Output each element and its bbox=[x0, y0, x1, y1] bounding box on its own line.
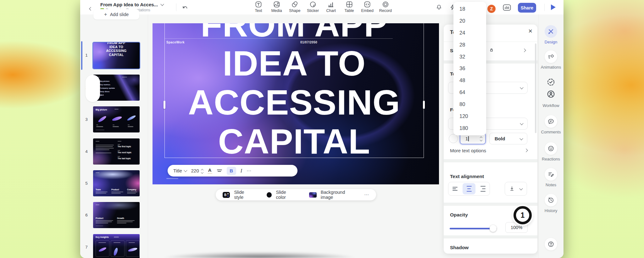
back-button[interactable] bbox=[90, 6, 92, 11]
align-right-button[interactable] bbox=[476, 182, 490, 195]
slide-canvas[interactable]: SpaceWork 01/07/2050 FROM APP IDEA TO AC… bbox=[153, 23, 439, 184]
slide-thumbnail-2[interactable]: 1 — Big picture 2 — Key metrics 3 — Comp… bbox=[93, 75, 140, 101]
slide-thumbnail-1[interactable]: FROM APP IDEA TO ACCESSING CAPITAL bbox=[93, 42, 140, 69]
notes-tab-label[interactable]: Notes bbox=[538, 182, 564, 187]
more-text-options-chevron-icon[interactable] bbox=[524, 149, 528, 152]
italic-button[interactable]: I bbox=[241, 168, 242, 174]
design-tab-label[interactable]: Design bbox=[538, 40, 564, 44]
more-format-button[interactable]: ⋯ bbox=[247, 168, 252, 174]
font-size-option[interactable]: 180 bbox=[453, 125, 486, 131]
notifications-bell-icon[interactable] bbox=[436, 4, 442, 11]
background-image-button[interactable]: Background image bbox=[321, 190, 358, 200]
undo-icon[interactable] bbox=[181, 4, 188, 11]
tool-text[interactable]: Text bbox=[250, 1, 267, 13]
slide-thumbnail-6[interactable]: Product Growth bbox=[93, 202, 140, 228]
slide-style-button[interactable]: Slide style bbox=[234, 190, 254, 200]
font-size-option[interactable]: 48 bbox=[453, 77, 486, 83]
font-size-option[interactable]: 20 bbox=[453, 18, 486, 24]
tool-shape[interactable]: Shape bbox=[286, 1, 303, 13]
slide-color-button[interactable]: Slide color bbox=[276, 190, 297, 200]
workflow-assignee-button[interactable] bbox=[546, 89, 556, 101]
slide-more-button[interactable]: ⋯ bbox=[364, 192, 369, 198]
selection-handle-left[interactable] bbox=[164, 101, 165, 109]
selection-box bbox=[164, 23, 424, 158]
reactions-tab-label[interactable]: Reactions bbox=[538, 157, 564, 161]
slide-thumbnail-3[interactable]: Big picture bbox=[93, 106, 140, 132]
align-center-button[interactable] bbox=[463, 183, 476, 194]
font-size-option[interactable]: 120 bbox=[453, 113, 486, 119]
animations-tab[interactable] bbox=[545, 50, 557, 63]
add-slide-button[interactable]: + Add slide bbox=[93, 9, 139, 20]
thumb1-title: FROM APP IDEA TO ACCESSING CAPITAL bbox=[93, 42, 140, 57]
present-play-button[interactable] bbox=[551, 4, 556, 10]
font-weight-select[interactable]: Bold bbox=[489, 133, 527, 144]
text-color-swatch[interactable] bbox=[449, 134, 458, 143]
history-tab[interactable] bbox=[545, 194, 557, 206]
thumb5-col3: Company bbox=[127, 188, 136, 191]
slide-thumbnail-5[interactable]: Team Product Company bbox=[93, 170, 140, 196]
opacity-slider[interactable] bbox=[450, 228, 497, 229]
vertical-align-select[interactable] bbox=[505, 182, 527, 196]
panel-scrollbar[interactable] bbox=[535, 43, 536, 133]
tool-chart[interactable]: Chart bbox=[322, 1, 340, 13]
font-size-option[interactable]: 80 bbox=[453, 101, 486, 107]
comments-tab-label[interactable]: Comments bbox=[538, 130, 564, 134]
top-bar: From App Idea to Acces... Persuasive Pre… bbox=[80, 0, 564, 14]
align-left-button[interactable] bbox=[448, 182, 462, 195]
font-size-option[interactable]: 36 bbox=[453, 65, 486, 71]
lock-icon[interactable] bbox=[488, 47, 495, 53]
font-size-stepper[interactable]: 220 bbox=[191, 168, 203, 173]
font-size-option[interactable]: 24 bbox=[453, 30, 486, 36]
opacity-slider-knob[interactable] bbox=[490, 225, 497, 232]
font-size-option[interactable]: 32 bbox=[453, 54, 486, 60]
workflow-status-button[interactable] bbox=[546, 77, 556, 89]
user-avatar[interactable]: Z bbox=[487, 4, 496, 14]
thumb5-col1: Team bbox=[96, 188, 101, 191]
text-alignment-label: Text alignment bbox=[450, 174, 484, 179]
title-chevron-down-icon[interactable] bbox=[160, 2, 164, 6]
slide-options-bar: B Slide style Slide color Background ima… bbox=[216, 189, 376, 200]
tool-record[interactable]: Record bbox=[377, 1, 394, 13]
embed-icon bbox=[364, 1, 371, 8]
thumb7-title: Key insights bbox=[96, 236, 109, 238]
font-size-stepper-icons[interactable] bbox=[480, 136, 482, 141]
font-size-option[interactable]: 64 bbox=[453, 89, 486, 95]
reactions-tab[interactable] bbox=[545, 142, 557, 155]
slide-number: 5 bbox=[83, 181, 90, 186]
document-title[interactable]: From App Idea to Acces... bbox=[100, 2, 158, 7]
annotation-step-badge: 1 bbox=[514, 206, 532, 224]
thumb3-title: Big picture bbox=[96, 109, 107, 111]
design-tab[interactable] bbox=[545, 25, 557, 38]
tool-sticker[interactable]: Sticker bbox=[304, 1, 322, 13]
font-size-option[interactable]: 28 bbox=[453, 42, 486, 48]
tool-table[interactable]: Table bbox=[341, 1, 358, 13]
vertical-align-bottom-icon bbox=[508, 185, 515, 192]
more-text-options-link[interactable]: More text options bbox=[450, 148, 486, 153]
help-button[interactable] bbox=[545, 238, 557, 250]
size-section-chevron-icon[interactable] bbox=[522, 48, 526, 52]
font-size-option[interactable]: 18 bbox=[453, 6, 486, 12]
selected-slide-indicator bbox=[81, 41, 82, 70]
tool-embed[interactable]: Embed bbox=[358, 1, 376, 13]
selection-handle-right[interactable] bbox=[423, 101, 425, 109]
text-color-button[interactable]: A bbox=[208, 167, 212, 174]
desktop: From App Idea to Acces... Persuasive Pre… bbox=[0, 0, 644, 258]
history-tab-label[interactable]: History bbox=[538, 208, 564, 213]
close-panel-icon[interactable]: × bbox=[528, 28, 532, 35]
notes-tab[interactable] bbox=[545, 168, 557, 181]
bold-button[interactable]: B bbox=[227, 167, 236, 175]
paragraph-style-dropdown[interactable]: Title bbox=[173, 168, 187, 173]
slide-number: 6 bbox=[83, 213, 90, 217]
slide-thumbnail-4[interactable]: The first topic The next topic The last … bbox=[93, 138, 140, 165]
analytics-icon[interactable] bbox=[503, 4, 511, 11]
slide-number: 3 bbox=[83, 117, 90, 122]
animations-tab-label[interactable]: Animations bbox=[538, 65, 564, 70]
record-icon bbox=[382, 1, 389, 8]
share-button[interactable]: Share bbox=[518, 3, 536, 13]
align-center-icon[interactable] bbox=[217, 169, 222, 172]
tool-media[interactable]: Media bbox=[268, 1, 286, 13]
workflow-tab-label[interactable]: Workflow bbox=[538, 103, 564, 108]
comments-tab[interactable] bbox=[545, 115, 557, 128]
slide-thumbnail-7[interactable]: Key insights bbox=[93, 234, 140, 258]
opacity-slider-fill bbox=[450, 228, 493, 229]
